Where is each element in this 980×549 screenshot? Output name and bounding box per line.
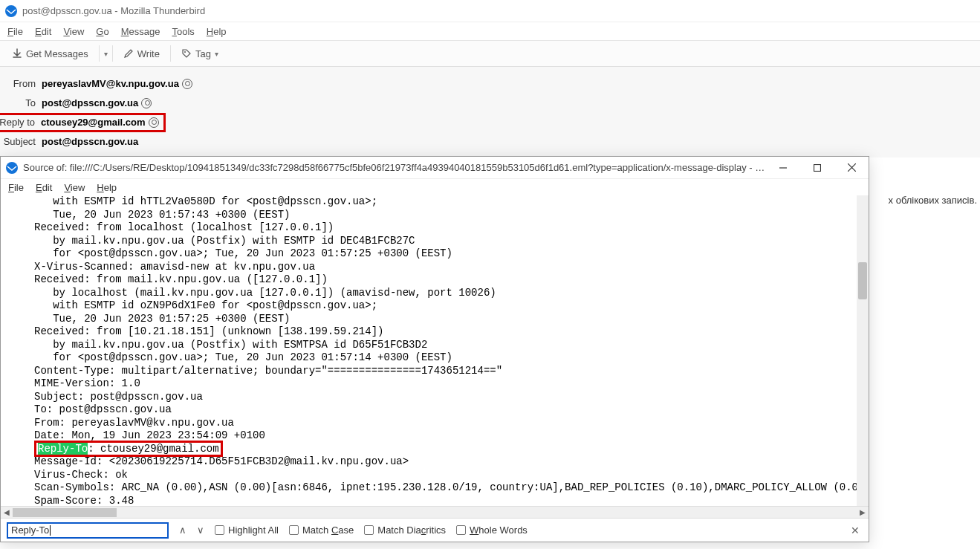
thunderbird-main-window: post@dpsscn.gov.ua - Mozilla Thunderbird…: [0, 0, 980, 157]
minimize-button[interactable]: [766, 157, 800, 179]
close-icon: [848, 163, 856, 172]
pencil-icon: [123, 48, 134, 59]
find-next-button[interactable]: ∨: [197, 524, 204, 536]
to-address: post@dpsscn.gov.ua: [42, 94, 138, 113]
tag-label: Tag: [195, 48, 211, 59]
highlight-annotation-box: Reply to ctousey29@gmail.com: [0, 113, 166, 132]
header-replyto-row: Reply to ctousey29@gmail.com: [0, 113, 980, 132]
contact-icon[interactable]: [141, 98, 152, 108]
window-controls: [766, 157, 869, 179]
source-content[interactable]: with ESMTP id hTTL2Va0580D for <post@dps…: [1, 195, 869, 506]
source-title-bar: Source of: file:///C:/Users/RE/Desktop/1…: [1, 157, 869, 179]
checkbox-icon: [456, 525, 466, 535]
text-cursor: [50, 525, 51, 536]
menu-edit[interactable]: Edit: [30, 25, 56, 39]
find-input[interactable]: Reply-To: [7, 522, 169, 539]
source-post-lines: Message-Id: <20230619225714.D65F51FCB3D2…: [34, 455, 869, 506]
scrollbar-thumb[interactable]: [858, 262, 867, 299]
match-case-checkbox[interactable]: Match Case: [289, 524, 354, 536]
from-address: pereyaslavMV@kv.npu.gov.ua: [42, 74, 179, 94]
scrollbar-track[interactable]: [13, 508, 857, 517]
get-messages-button[interactable]: Get Messages: [6, 45, 94, 62]
header-replyto-value[interactable]: ctousey29@gmail.com: [41, 113, 159, 132]
scroll-right-arrow[interactable]: ▶: [857, 508, 869, 516]
find-bar: Reply-To ∧ ∨ Highlight All Match Case Ma…: [1, 518, 869, 542]
svg-rect-4: [814, 164, 821, 171]
header-replyto-label: Reply to: [0, 113, 41, 132]
checkbox-icon: [289, 525, 299, 535]
header-subject-label: Subject: [0, 132, 42, 152]
header-to-row: To post@dpsscn.gov.ua: [0, 94, 980, 113]
replyto-address: ctousey29@gmail.com: [41, 113, 146, 132]
highlight-all-label: Highlight All: [228, 524, 279, 536]
minimize-icon: [779, 164, 787, 172]
tag-button[interactable]: Tag ▾: [175, 45, 224, 62]
match-diacritics-label: Match Diacritics: [377, 524, 446, 536]
tag-icon: [181, 48, 192, 59]
source-pre-lines: with ESMTP id hTTL2Va0580D for <post@dps…: [34, 195, 502, 441]
window-title: post@dpsscn.gov.ua - Mozilla Thunderbird: [22, 5, 205, 16]
main-menubar: File Edit View Go Message Tools Help: [0, 22, 980, 40]
src-menu-edit[interactable]: Edit: [31, 181, 56, 194]
header-to-label: To: [0, 94, 42, 113]
scrollbar-thumb[interactable]: [13, 508, 117, 517]
checkbox-icon: [364, 525, 374, 535]
window-title-bar: post@dpsscn.gov.ua - Mozilla Thunderbird: [0, 0, 980, 22]
close-button[interactable]: [834, 157, 869, 179]
thunderbird-icon: [4, 4, 18, 18]
vertical-scrollbar[interactable]: [857, 195, 869, 506]
menu-file[interactable]: File: [3, 25, 27, 39]
horizontal-scrollbar[interactable]: ◀ ▶: [1, 506, 869, 518]
src-menu-help[interactable]: Help: [92, 181, 121, 194]
match-diacritics-checkbox[interactable]: Match Diacritics: [364, 524, 446, 536]
menu-help[interactable]: Help: [202, 25, 231, 39]
src-menu-file[interactable]: File: [4, 181, 28, 194]
source-menubar: File Edit View Help: [1, 179, 869, 195]
header-from-value[interactable]: pereyaslavMV@kv.npu.gov.ua: [42, 74, 192, 94]
menu-message[interactable]: Message: [117, 25, 165, 39]
find-close-button[interactable]: ✕: [851, 524, 863, 536]
header-from-label: From: [0, 74, 42, 94]
find-highlight: Reply-To: [38, 443, 88, 455]
download-icon: [12, 48, 22, 59]
toolbar-separator: [170, 45, 171, 62]
src-menu-view[interactable]: View: [59, 181, 89, 194]
header-subject-row: Subject post@dpsscn.gov.ua: [0, 132, 980, 152]
menu-tools[interactable]: Tools: [167, 25, 198, 39]
contact-icon[interactable]: [182, 79, 192, 89]
get-messages-dropdown[interactable]: ▾: [104, 50, 108, 58]
find-input-value: Reply-To: [11, 524, 49, 536]
match-case-label: Match Case: [302, 524, 354, 536]
source-text-area[interactable]: with ESMTP id hTTL2Va0580D for <post@dps…: [1, 195, 869, 506]
chevron-down-icon: ▾: [215, 50, 218, 58]
toolbar-separator: [99, 45, 100, 62]
maximize-button[interactable]: [800, 157, 834, 179]
background-text-snippet: х облікових записів.: [889, 195, 977, 206]
toolbar-separator: [112, 45, 113, 62]
source-view-window: Source of: file:///C:/Users/RE/Desktop/1…: [0, 156, 869, 542]
maximize-icon: [814, 164, 821, 172]
whole-words-checkbox[interactable]: Whole Words: [456, 524, 528, 536]
svg-point-1: [184, 51, 186, 53]
checkbox-icon: [215, 525, 224, 535]
header-to-value[interactable]: post@dpsscn.gov.ua: [42, 94, 152, 113]
menu-view[interactable]: View: [59, 25, 88, 39]
thunderbird-icon: [5, 161, 19, 175]
get-messages-label: Get Messages: [26, 48, 88, 59]
svg-point-0: [5, 5, 17, 17]
scroll-left-arrow[interactable]: ◀: [1, 508, 13, 516]
contact-icon[interactable]: [149, 117, 159, 128]
find-previous-button[interactable]: ∧: [179, 524, 186, 536]
highlight-all-checkbox[interactable]: Highlight All: [215, 524, 279, 536]
write-label: Write: [137, 48, 160, 59]
header-subject-value: post@dpsscn.gov.ua: [42, 132, 138, 152]
svg-point-2: [6, 162, 18, 174]
subject-text: post@dpsscn.gov.ua: [42, 132, 138, 152]
source-window-title: Source of: file:///C:/Users/RE/Desktop/1…: [23, 162, 766, 173]
whole-words-label: Whole Words: [470, 524, 528, 536]
highlight-annotation-box: Reply-To: ctousey29@gmail.com: [34, 441, 223, 457]
write-button[interactable]: Write: [117, 45, 166, 62]
main-toolbar: Get Messages ▾ Write Tag ▾: [0, 40, 980, 67]
message-headers: From pereyaslavMV@kv.npu.gov.ua To post@…: [0, 67, 980, 157]
menu-go[interactable]: Go: [91, 25, 113, 39]
